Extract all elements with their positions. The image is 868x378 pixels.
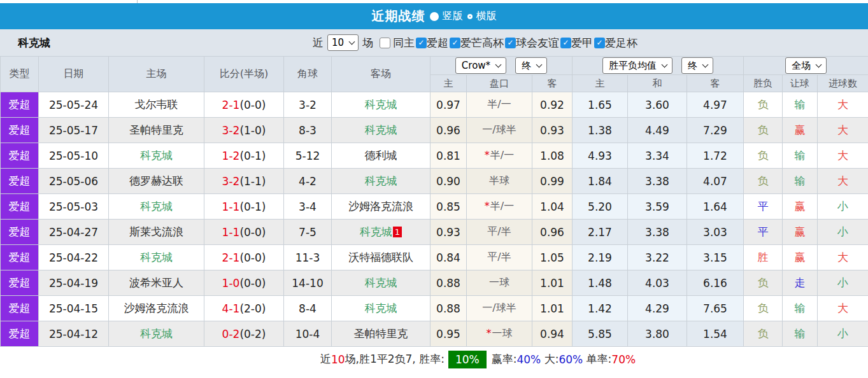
score-cell: 3-2(1-1) xyxy=(204,169,284,194)
home-team-name: 戈尔韦联 xyxy=(135,98,178,111)
sub-header-avg-draw: 和 xyxy=(628,75,687,92)
sub-header-avg-away: 客 xyxy=(687,75,744,92)
recent-count-select[interactable]: 10 xyxy=(327,34,359,51)
goals-result-cell: 小 xyxy=(818,270,868,296)
avg-home-odds-cell: 2.19 xyxy=(573,245,628,270)
col-header-home: 主场 xyxy=(109,57,204,92)
outcome-cell: 平 xyxy=(744,194,783,220)
avg-type-select[interactable]: 胜平负均值 xyxy=(602,57,672,74)
table-row: 爱超 25-05-10 科克城 1-2(0-1) 5-12 德利城 0.81 *… xyxy=(1,143,868,169)
recent-results-widget: 近期战绩 竖版 横版 科克城 近 10 场 同主 ✓ 爱超 ✓ 爱芒高杯 ✓ 球… xyxy=(0,0,868,378)
league-checkbox-label[interactable]: 爱足杯 xyxy=(605,36,637,50)
avg-away-odds-cell: 7.29 xyxy=(687,118,744,143)
handicap-result-cell: 赢 xyxy=(783,220,818,245)
handicap-cell: *半/一 xyxy=(467,143,532,169)
avg-away-odds-cell: 6.16 xyxy=(687,270,744,296)
summary-segment: 70% xyxy=(611,353,636,366)
layout-radio-label[interactable]: 竖版 xyxy=(443,10,463,23)
avg-home-odds-cell: 5.20 xyxy=(573,194,628,220)
league-checkbox[interactable]: ✓ xyxy=(450,38,460,48)
handicap-change-star: * xyxy=(485,200,490,212)
handicap-result-cell: 赢 xyxy=(783,245,818,270)
layout-radio-option[interactable]: 竖版 xyxy=(430,10,463,23)
avg-type-value: 胜平负均值 xyxy=(609,60,657,72)
avg-away-odds-cell: 4.07 xyxy=(687,169,744,194)
avg-home-odds-cell: 5.85 xyxy=(573,321,628,347)
summary-bar: 近 10 场,胜1平2负7, 胜率: 10% 赢率: 40% 大: 60% 单率… xyxy=(0,347,868,372)
outcome-cell: 负 xyxy=(744,143,783,169)
home-team-name: 科克城 xyxy=(140,251,173,263)
home-team-name: 波希米亚人 xyxy=(129,276,183,289)
league-cell: 爱超 xyxy=(1,220,39,245)
layout-radio-option[interactable]: 横版 xyxy=(467,10,497,23)
avg-draw-odds-cell: 3.38 xyxy=(628,220,687,245)
half-time-score: (2-0) xyxy=(239,302,266,315)
team-name-title: 科克城 xyxy=(18,36,50,50)
home-team-cell: 科克城 xyxy=(109,194,204,220)
layout-radio-label[interactable]: 横版 xyxy=(476,10,497,23)
avg-home-odds-cell: 1.84 xyxy=(573,169,628,194)
league-checkbox-label[interactable]: 爱甲 xyxy=(571,36,593,50)
crow-home-odds-cell: 0.90 xyxy=(430,169,467,194)
home-team-cell: 沙姆洛克流浪 xyxy=(109,296,204,321)
same-home-checkbox[interactable] xyxy=(380,38,390,48)
score-cell: 4-1(2-0) xyxy=(204,296,284,321)
league-checkbox[interactable]: ✓ xyxy=(594,38,605,48)
avg-time-value: 终 xyxy=(688,60,697,72)
sub-header-handicap: 盘口 xyxy=(467,75,532,92)
crow-away-odds-cell: 0.92 xyxy=(532,92,573,118)
chevron-down-icon xyxy=(662,61,668,67)
corners-cell: 10-4 xyxy=(284,321,332,347)
date-cell: 25-04-27 xyxy=(39,220,109,245)
goals-result-cell: 大 xyxy=(818,245,868,270)
avg-draw-odds-cell: 4.03 xyxy=(628,270,687,296)
home-team-name: 科克城 xyxy=(140,327,173,340)
avg-time-select[interactable]: 终 xyxy=(681,57,713,74)
chevron-down-icon xyxy=(536,61,543,67)
odds-time-select[interactable]: 终 xyxy=(515,57,547,74)
date-cell: 25-05-06 xyxy=(39,169,109,194)
half-time-score: (1-1) xyxy=(239,175,266,188)
date-cell: 25-05-17 xyxy=(39,118,109,143)
avg-away-odds-cell: 4.97 xyxy=(687,92,744,118)
league-checkbox[interactable]: ✓ xyxy=(505,38,516,48)
period-value: 全场 xyxy=(792,60,811,72)
avg-draw-odds-cell: 3.59 xyxy=(628,194,687,220)
same-home-label[interactable]: 同主 xyxy=(393,36,415,50)
sub-header-avg-home: 主 xyxy=(573,75,628,92)
league-checkbox-label[interactable]: 爱超 xyxy=(427,36,448,50)
date-cell: 25-04-19 xyxy=(39,270,109,296)
crow-home-odds-cell: 0.84 xyxy=(430,245,467,270)
away-team-name: 科克城 xyxy=(365,174,397,187)
crow-away-odds-cell: 0.96 xyxy=(532,220,573,245)
goals-result-cell: 大 xyxy=(818,296,868,321)
col-header-away: 客场 xyxy=(332,57,430,92)
odds-selects-header: Crow* 终 xyxy=(430,57,573,75)
goals-result-cell: 小 xyxy=(818,220,868,245)
avg-home-odds-cell: 4.93 xyxy=(573,143,628,169)
avg-draw-odds-cell: 3.38 xyxy=(628,169,687,194)
crow-home-odds-cell: 0.88 xyxy=(430,270,467,296)
league-checkbox-label[interactable]: 爱芒高杯 xyxy=(460,36,504,50)
away-team-name: 科克城 xyxy=(365,123,397,136)
table-row: 爱超 25-04-27 斯莱戈流浪 1-1(0-0) 7-5 科克城1 0.93… xyxy=(1,220,868,245)
avg-home-odds-cell: 2.17 xyxy=(573,220,628,245)
league-checkbox[interactable]: ✓ xyxy=(416,38,427,48)
avg-away-odds-cell: 1.54 xyxy=(687,321,744,347)
league-checkbox[interactable]: ✓ xyxy=(560,38,571,48)
outcome-cell: 负 xyxy=(744,92,783,118)
half-time-score: (0-0) xyxy=(239,251,266,264)
avg-away-odds-cell: 1.64 xyxy=(687,194,744,220)
league-cell: 爱超 xyxy=(1,118,39,143)
corners-cell: 8-4 xyxy=(284,296,332,321)
results-table-body: 爱超 25-05-24 戈尔韦联 2-1(0-0) 3-2 科克城 0.97 半… xyxy=(1,92,868,347)
league-checkbox-label[interactable]: 球会友谊 xyxy=(516,36,559,50)
away-team-name: 圣帕特里克 xyxy=(354,327,408,340)
crow-away-odds-cell: 1.08 xyxy=(532,143,573,169)
date-cell: 25-04-22 xyxy=(39,245,109,270)
away-team-name: 科克城 xyxy=(365,276,397,289)
odds-company-value: Crow* xyxy=(462,60,490,71)
odds-company-select[interactable]: Crow* xyxy=(455,57,506,74)
matches-label: 场 xyxy=(362,36,373,50)
period-select[interactable]: 全场 xyxy=(785,57,827,74)
